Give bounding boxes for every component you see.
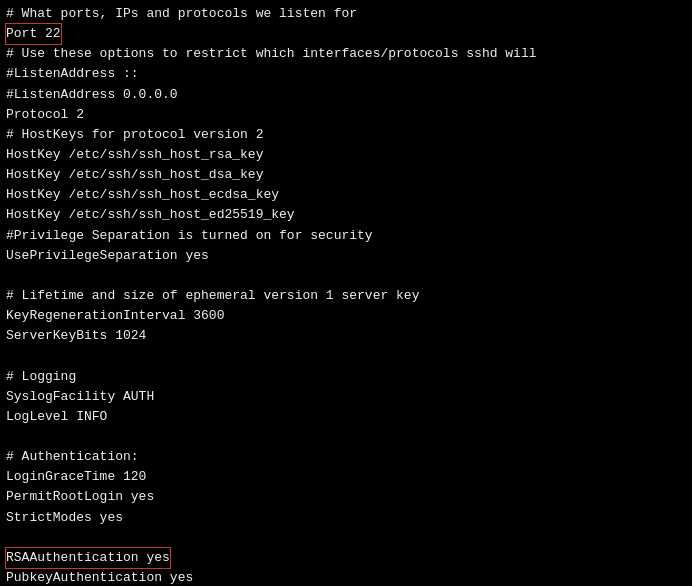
- terminal-line: #ListenAddress 0.0.0.0: [6, 85, 686, 105]
- terminal-line: #ListenAddress ::: [6, 64, 686, 84]
- terminal-line: SyslogFacility AUTH: [6, 387, 686, 407]
- terminal-line: HostKey /etc/ssh/ssh_host_rsa_key: [6, 145, 686, 165]
- terminal-line: # Logging: [6, 367, 686, 387]
- terminal-line: [6, 427, 686, 447]
- terminal-line: StrictModes yes: [6, 508, 686, 528]
- terminal-line: [6, 346, 686, 366]
- terminal-line: # What ports, IPs and protocols we liste…: [6, 4, 686, 24]
- terminal-line: HostKey /etc/ssh/ssh_host_ecdsa_key: [6, 185, 686, 205]
- terminal-line: LoginGraceTime 120: [6, 467, 686, 487]
- terminal-window: # What ports, IPs and protocols we liste…: [0, 0, 692, 586]
- terminal-line: HostKey /etc/ssh/ssh_host_dsa_key: [6, 165, 686, 185]
- terminal-line: RSAAuthentication yes: [6, 548, 686, 568]
- terminal-line: UsePrivilegeSeparation yes: [6, 246, 686, 266]
- terminal-line: #Privilege Separation is turned on for s…: [6, 226, 686, 246]
- terminal-line: # Authentication:: [6, 447, 686, 467]
- terminal-line: Port 22: [6, 24, 686, 44]
- highlighted-line: RSAAuthentication yes: [6, 548, 170, 568]
- terminal-line: PubkeyAuthentication yes: [6, 568, 686, 586]
- terminal-line: # Use these options to restrict which in…: [6, 44, 686, 64]
- terminal-line: # Lifetime and size of ephemeral version…: [6, 286, 686, 306]
- terminal-line: KeyRegenerationInterval 3600: [6, 306, 686, 326]
- code-content: # What ports, IPs and protocols we liste…: [6, 4, 686, 586]
- terminal-line: Protocol 2: [6, 105, 686, 125]
- terminal-line: LogLevel INFO: [6, 407, 686, 427]
- highlighted-line: Port 22: [6, 24, 61, 44]
- terminal-line: ServerKeyBits 1024: [6, 326, 686, 346]
- terminal-line: PermitRootLogin yes: [6, 487, 686, 507]
- terminal-line: # HostKeys for protocol version 2: [6, 125, 686, 145]
- terminal-line: [6, 528, 686, 548]
- terminal-line: HostKey /etc/ssh/ssh_host_ed25519_key: [6, 205, 686, 225]
- terminal-line: [6, 266, 686, 286]
